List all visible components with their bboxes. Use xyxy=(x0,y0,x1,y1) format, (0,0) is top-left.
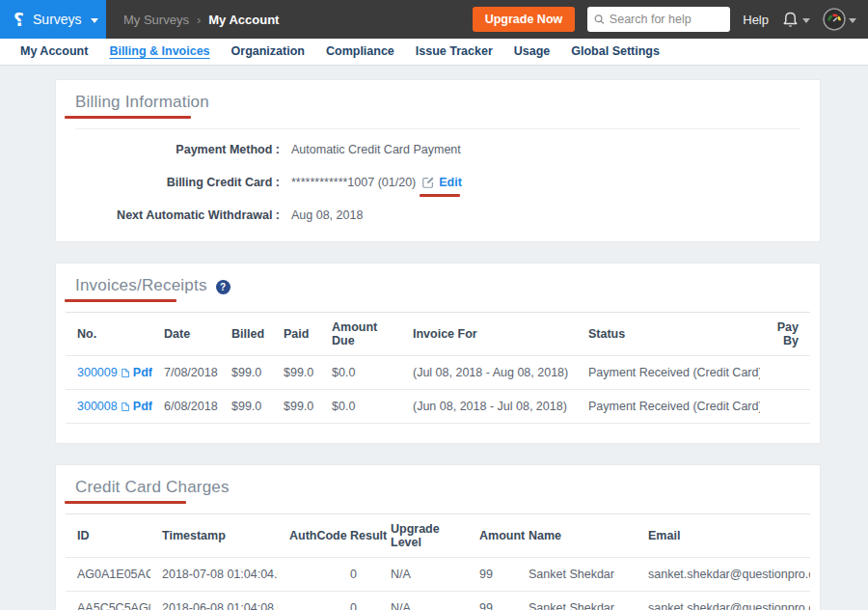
invoices-title: Invoices/Receipts xyxy=(75,276,207,295)
payment-method-label: Payment Method : xyxy=(56,143,280,156)
help-icon[interactable]: ? xyxy=(216,280,231,294)
billing-credit-card-label: Billing Credit Card : xyxy=(56,176,280,189)
cell-id: AG0A1E05AG0A xyxy=(66,558,150,592)
masked-card-number: ************1007 (01/20) xyxy=(291,176,416,189)
search-icon xyxy=(594,14,605,25)
avatar xyxy=(823,8,846,31)
cell-email: sanket.shekdar@questionpro.com xyxy=(637,558,810,592)
col-authcode: AuthCode xyxy=(278,514,339,558)
breadcrumb: My Surveys › My Account xyxy=(123,13,279,27)
cell-invoice-for: (Jun 08, 2018 - Jul 08, 2018) xyxy=(401,390,577,424)
upgrade-now-button[interactable]: Upgrade Now xyxy=(473,7,576,32)
cell-invoice-for: (Jul 08, 2018 - Aug 08, 2018) xyxy=(401,356,577,390)
charge-row: AG0A1E05AG0A 2018-07-08 01:04:04.0 0 N/A… xyxy=(66,558,810,592)
cell-result: 0 xyxy=(339,558,379,592)
billing-credit-card-value: ************1007 (01/20) Edit xyxy=(291,176,462,189)
cell-amount: 99 xyxy=(468,592,517,610)
credit-card-charges-panel: Credit Card Charges ID Timestamp AuthCod… xyxy=(55,464,821,610)
chevron-down-icon xyxy=(802,18,810,23)
col-name: Name xyxy=(517,514,637,558)
notifications-menu[interactable] xyxy=(781,11,810,29)
col-paid: Paid xyxy=(272,313,320,356)
pdf-link[interactable]: Pdf xyxy=(133,366,152,379)
cell-amount: 99 xyxy=(468,558,517,592)
charges-header: Credit Card Charges xyxy=(56,465,820,504)
search-input[interactable] xyxy=(610,13,723,26)
cell-id: AA5C5C5AG0A xyxy=(66,592,150,610)
tab-compliance[interactable]: Compliance xyxy=(315,39,405,65)
product-menu-label: Surveys xyxy=(33,12,82,27)
col-status: Status xyxy=(577,313,760,356)
cell-date: 6/08/2018 xyxy=(152,390,220,424)
cell-billed: $99.0 xyxy=(220,356,272,390)
pdf-icon xyxy=(122,367,129,379)
col-id: ID xyxy=(66,514,150,558)
cell-amount-due: $0.0 xyxy=(320,390,401,424)
cell-pay-by xyxy=(760,356,810,390)
tab-my-account[interactable]: My Account xyxy=(10,39,98,65)
help-search xyxy=(587,7,730,32)
payment-method-value: Automatic Credit Card Payment xyxy=(291,143,461,156)
top-bar: ? Surveys My Surveys › My Account Upgrad… xyxy=(0,0,868,39)
tab-global-settings[interactable]: Global Settings xyxy=(560,39,670,65)
cell-paid: $99.0 xyxy=(272,390,320,424)
invoice-number-link[interactable]: 300009 xyxy=(77,366,118,379)
billing-information-body: Payment Method : Automatic Credit Card P… xyxy=(56,129,820,241)
invoice-number-link[interactable]: 300008 xyxy=(77,400,118,413)
edit-icon xyxy=(421,176,435,189)
cell-timestamp: 2018-06-08 01:04:08.0 xyxy=(150,592,278,610)
cell-authcode xyxy=(278,592,339,610)
col-amount: Amount xyxy=(468,514,517,558)
billing-information-header: Billing Information xyxy=(56,80,820,129)
breadcrumb-current: My Account xyxy=(208,13,279,27)
annotation-underline xyxy=(420,194,460,197)
invoice-row: 300009 Pdf 7/08/2018 $99.0 $99.0 $0. xyxy=(66,356,810,390)
breadcrumb-separator-icon: › xyxy=(197,13,201,27)
pdf-link[interactable]: Pdf xyxy=(133,400,152,413)
invoices-header: Invoices/Receipts ? xyxy=(56,263,820,302)
product-menu[interactable]: ? Surveys xyxy=(0,0,106,39)
charges-header-row: ID Timestamp AuthCode Result Upgrade Lev… xyxy=(66,514,810,558)
charges-title: Credit Card Charges xyxy=(75,478,800,497)
col-no: No. xyxy=(66,313,152,356)
account-nav: My Account Billing & Invoices Organizati… xyxy=(0,39,868,66)
invoice-row: 300008 Pdf 6/08/2018 $99.0 $99.0 $0. xyxy=(66,390,810,424)
annotation-underline xyxy=(65,501,186,504)
next-withdrawal-row: Next Automatic Withdrawal : Aug 08, 2018 xyxy=(56,208,820,222)
col-invoice-for: Invoice For xyxy=(401,313,577,356)
cell-upgrade-level: N/A xyxy=(379,592,468,610)
topbar-actions: Upgrade Now Help xyxy=(473,7,868,32)
breadcrumb-parent[interactable]: My Surveys xyxy=(123,13,189,27)
pdf-icon xyxy=(122,401,129,413)
cell-name: Sanket Shekdar xyxy=(517,558,637,592)
annotation-underline xyxy=(65,299,176,302)
help-link[interactable]: Help xyxy=(743,13,769,27)
tab-usage[interactable]: Usage xyxy=(503,39,561,65)
tab-organization[interactable]: Organization xyxy=(221,39,315,65)
cell-authcode xyxy=(278,558,339,592)
col-date: Date xyxy=(152,313,220,356)
cell-billed: $99.0 xyxy=(220,390,272,424)
col-email: Email xyxy=(637,514,810,558)
cell-amount-due: $0.0 xyxy=(320,356,401,390)
questionpro-logo-icon: ? xyxy=(14,11,24,29)
billing-information-title: Billing Information xyxy=(75,93,800,112)
charge-row: AA5C5C5AG0A 2018-06-08 01:04:08.0 0 N/A … xyxy=(66,592,810,610)
cell-no: 300008 Pdf xyxy=(66,390,152,424)
cell-upgrade-level: N/A xyxy=(379,558,468,592)
tab-issue-tracker[interactable]: Issue Tracker xyxy=(405,39,503,65)
charges-table-wrap: ID Timestamp AuthCode Result Upgrade Lev… xyxy=(66,513,810,610)
cell-status: Payment Received (Credit Card) xyxy=(577,356,760,390)
cell-timestamp: 2018-07-08 01:04:04.0 xyxy=(150,558,278,592)
cell-status: Payment Received (Credit Card) xyxy=(577,390,760,424)
account-menu[interactable] xyxy=(823,8,856,31)
edit-card-link[interactable]: Edit xyxy=(421,176,462,189)
cell-no: 300009 Pdf xyxy=(66,356,152,390)
billing-credit-card-row: Billing Credit Card : ************1007 (… xyxy=(56,176,820,189)
tab-billing-invoices[interactable]: Billing & Invoices xyxy=(98,39,220,65)
col-timestamp: Timestamp xyxy=(150,514,278,558)
invoices-receipts-panel: Invoices/Receipts ? No. Date Billed Paid xyxy=(55,263,821,444)
cell-name: Sanket Shekdar xyxy=(517,592,637,610)
payment-method-row: Payment Method : Automatic Credit Card P… xyxy=(56,143,820,156)
col-upgrade-level: Upgrade Level xyxy=(379,514,468,558)
